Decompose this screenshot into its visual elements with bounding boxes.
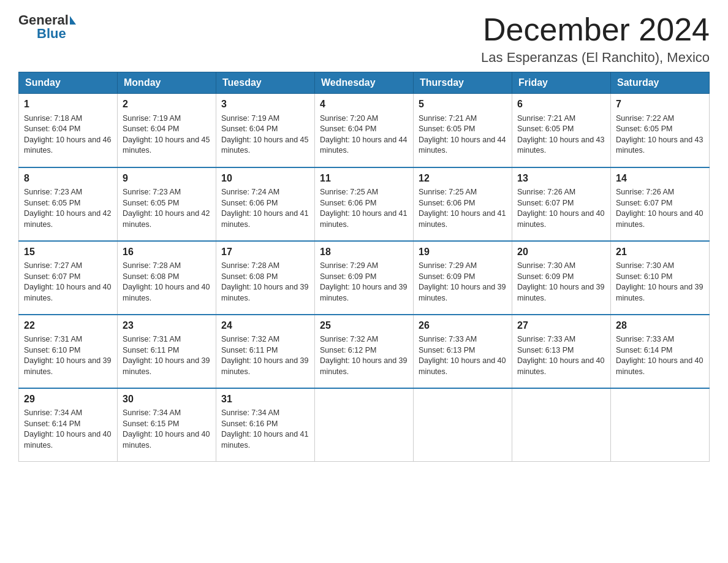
- calendar-cell: [414, 388, 512, 462]
- calendar-cell: 4Sunrise: 7:20 AMSunset: 6:04 PMDaylight…: [315, 94, 414, 167]
- day-number: 4: [320, 98, 408, 111]
- day-info: Sunrise: 7:19 AMSunset: 6:04 PMDaylight:…: [221, 113, 309, 156]
- calendar-cell: 21Sunrise: 7:30 AMSunset: 6:10 PMDayligh…: [611, 241, 710, 315]
- day-number: 24: [221, 319, 309, 332]
- day-info: Sunrise: 7:25 AMSunset: 6:06 PMDaylight:…: [320, 187, 408, 230]
- calendar-cell: 26Sunrise: 7:33 AMSunset: 6:13 PMDayligh…: [414, 315, 512, 388]
- day-info: Sunrise: 7:32 AMSunset: 6:12 PMDaylight:…: [320, 334, 408, 377]
- logo-blue-text: Blue: [37, 26, 66, 42]
- logo-triangle-icon: [70, 16, 76, 25]
- weekday-header-tuesday: Tuesday: [216, 72, 315, 94]
- calendar-cell: 12Sunrise: 7:25 AMSunset: 6:06 PMDayligh…: [414, 167, 512, 241]
- calendar-cell: 6Sunrise: 7:21 AMSunset: 6:05 PMDaylight…: [512, 94, 611, 167]
- day-number: 14: [616, 172, 704, 185]
- day-number: 11: [320, 172, 408, 185]
- day-info: Sunrise: 7:34 AMSunset: 6:16 PMDaylight:…: [221, 408, 309, 451]
- day-number: 7: [616, 98, 704, 111]
- title-section: December 2024 Las Esperanzas (El Ranchit…: [481, 12, 710, 66]
- day-info: Sunrise: 7:31 AMSunset: 6:10 PMDaylight:…: [24, 334, 112, 377]
- day-number: 23: [123, 319, 211, 332]
- calendar-cell: 14Sunrise: 7:26 AMSunset: 6:07 PMDayligh…: [611, 167, 710, 241]
- day-info: Sunrise: 7:21 AMSunset: 6:05 PMDaylight:…: [419, 113, 507, 156]
- weekday-header-row: SundayMondayTuesdayWednesdayThursdayFrid…: [19, 72, 710, 94]
- day-number: 2: [123, 98, 211, 111]
- day-info: Sunrise: 7:33 AMSunset: 6:14 PMDaylight:…: [616, 334, 704, 377]
- calendar-cell: 27Sunrise: 7:33 AMSunset: 6:13 PMDayligh…: [512, 315, 611, 388]
- calendar-cell: [611, 388, 710, 462]
- calendar-cell: 20Sunrise: 7:30 AMSunset: 6:09 PMDayligh…: [512, 241, 611, 315]
- calendar-table: SundayMondayTuesdayWednesdayThursdayFrid…: [18, 72, 710, 462]
- calendar-cell: 30Sunrise: 7:34 AMSunset: 6:15 PMDayligh…: [118, 388, 216, 462]
- day-info: Sunrise: 7:34 AMSunset: 6:15 PMDaylight:…: [123, 408, 211, 451]
- day-number: 17: [221, 245, 309, 259]
- calendar-week-row: 22Sunrise: 7:31 AMSunset: 6:10 PMDayligh…: [19, 315, 710, 388]
- day-number: 15: [24, 245, 112, 259]
- day-number: 19: [419, 245, 507, 259]
- weekday-header-friday: Friday: [512, 72, 611, 94]
- calendar-cell: 13Sunrise: 7:26 AMSunset: 6:07 PMDayligh…: [512, 167, 611, 241]
- weekday-header-sunday: Sunday: [19, 72, 118, 94]
- page-header: General Blue December 2024 Las Esperanza…: [18, 12, 710, 66]
- weekday-header-thursday: Thursday: [414, 72, 512, 94]
- day-number: 9: [123, 172, 211, 185]
- day-info: Sunrise: 7:22 AMSunset: 6:05 PMDaylight:…: [616, 113, 704, 156]
- calendar-cell: 31Sunrise: 7:34 AMSunset: 6:16 PMDayligh…: [216, 388, 315, 462]
- day-info: Sunrise: 7:25 AMSunset: 6:06 PMDaylight:…: [419, 187, 507, 230]
- day-info: Sunrise: 7:19 AMSunset: 6:04 PMDaylight:…: [123, 113, 211, 156]
- day-number: 30: [123, 393, 211, 406]
- day-number: 3: [221, 98, 309, 111]
- day-info: Sunrise: 7:28 AMSunset: 6:08 PMDaylight:…: [123, 261, 211, 304]
- calendar-cell: 22Sunrise: 7:31 AMSunset: 6:10 PMDayligh…: [19, 315, 118, 388]
- calendar-cell: 15Sunrise: 7:27 AMSunset: 6:07 PMDayligh…: [19, 241, 118, 315]
- page-title: December 2024: [481, 12, 710, 47]
- calendar-cell: 19Sunrise: 7:29 AMSunset: 6:09 PMDayligh…: [414, 241, 512, 315]
- calendar-cell: 1Sunrise: 7:18 AMSunset: 6:04 PMDaylight…: [19, 94, 118, 167]
- calendar-cell: 9Sunrise: 7:23 AMSunset: 6:05 PMDaylight…: [118, 167, 216, 241]
- day-info: Sunrise: 7:26 AMSunset: 6:07 PMDaylight:…: [616, 187, 704, 230]
- weekday-header-saturday: Saturday: [611, 72, 710, 94]
- day-number: 31: [221, 393, 309, 406]
- day-info: Sunrise: 7:27 AMSunset: 6:07 PMDaylight:…: [24, 261, 112, 304]
- logo: General Blue: [18, 12, 77, 42]
- day-info: Sunrise: 7:29 AMSunset: 6:09 PMDaylight:…: [419, 261, 507, 304]
- day-info: Sunrise: 7:29 AMSunset: 6:09 PMDaylight:…: [320, 261, 408, 304]
- calendar-cell: 16Sunrise: 7:28 AMSunset: 6:08 PMDayligh…: [118, 241, 216, 315]
- day-number: 21: [616, 245, 704, 259]
- day-info: Sunrise: 7:20 AMSunset: 6:04 PMDaylight:…: [320, 113, 408, 156]
- day-number: 27: [517, 319, 605, 332]
- day-info: Sunrise: 7:28 AMSunset: 6:08 PMDaylight:…: [221, 261, 309, 304]
- calendar-cell: 8Sunrise: 7:23 AMSunset: 6:05 PMDaylight…: [19, 167, 118, 241]
- day-info: Sunrise: 7:31 AMSunset: 6:11 PMDaylight:…: [123, 334, 211, 377]
- day-number: 25: [320, 319, 408, 332]
- calendar-cell: 29Sunrise: 7:34 AMSunset: 6:14 PMDayligh…: [19, 388, 118, 462]
- day-info: Sunrise: 7:32 AMSunset: 6:11 PMDaylight:…: [221, 334, 309, 377]
- day-number: 13: [517, 172, 605, 185]
- calendar-cell: 24Sunrise: 7:32 AMSunset: 6:11 PMDayligh…: [216, 315, 315, 388]
- day-number: 12: [419, 172, 507, 185]
- day-number: 10: [221, 172, 309, 185]
- calendar-cell: 17Sunrise: 7:28 AMSunset: 6:08 PMDayligh…: [216, 241, 315, 315]
- day-number: 20: [517, 245, 605, 259]
- calendar-cell: 3Sunrise: 7:19 AMSunset: 6:04 PMDaylight…: [216, 94, 315, 167]
- day-info: Sunrise: 7:18 AMSunset: 6:04 PMDaylight:…: [24, 113, 112, 156]
- calendar-week-row: 29Sunrise: 7:34 AMSunset: 6:14 PMDayligh…: [19, 388, 710, 462]
- day-info: Sunrise: 7:26 AMSunset: 6:07 PMDaylight:…: [517, 187, 605, 230]
- day-info: Sunrise: 7:33 AMSunset: 6:13 PMDaylight:…: [517, 334, 605, 377]
- calendar-cell: 28Sunrise: 7:33 AMSunset: 6:14 PMDayligh…: [611, 315, 710, 388]
- weekday-header-wednesday: Wednesday: [315, 72, 414, 94]
- calendar-cell: 18Sunrise: 7:29 AMSunset: 6:09 PMDayligh…: [315, 241, 414, 315]
- day-number: 8: [24, 172, 112, 185]
- day-info: Sunrise: 7:23 AMSunset: 6:05 PMDaylight:…: [123, 187, 211, 230]
- day-info: Sunrise: 7:34 AMSunset: 6:14 PMDaylight:…: [24, 408, 112, 451]
- day-number: 29: [24, 393, 112, 406]
- calendar-week-row: 8Sunrise: 7:23 AMSunset: 6:05 PMDaylight…: [19, 167, 710, 241]
- day-number: 16: [123, 245, 211, 259]
- calendar-cell: 23Sunrise: 7:31 AMSunset: 6:11 PMDayligh…: [118, 315, 216, 388]
- day-number: 5: [419, 98, 507, 111]
- calendar-cell: 7Sunrise: 7:22 AMSunset: 6:05 PMDaylight…: [611, 94, 710, 167]
- calendar-cell: [315, 388, 414, 462]
- day-number: 18: [320, 245, 408, 259]
- day-number: 22: [24, 319, 112, 332]
- calendar-cell: 11Sunrise: 7:25 AMSunset: 6:06 PMDayligh…: [315, 167, 414, 241]
- day-number: 26: [419, 319, 507, 332]
